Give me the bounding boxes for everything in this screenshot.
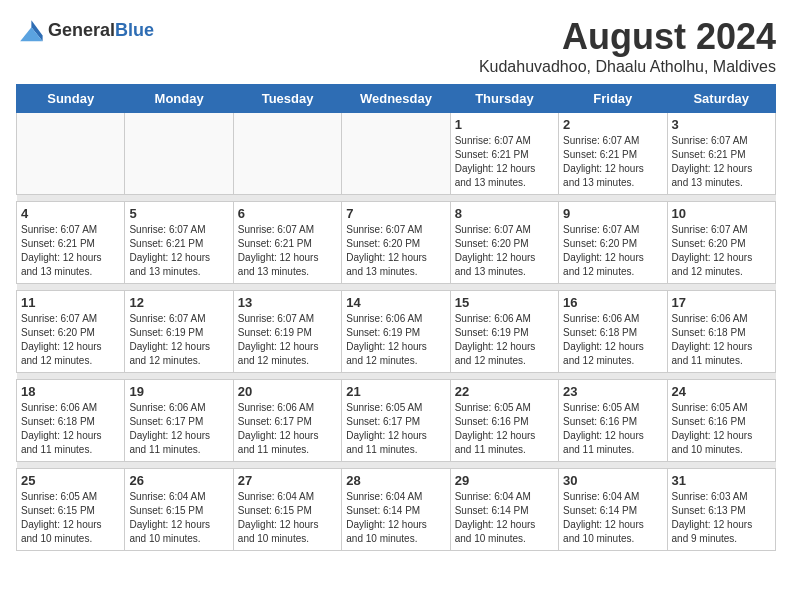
day-info: Sunrise: 6:04 AM Sunset: 6:14 PM Dayligh… (346, 490, 445, 546)
calendar-day: 23Sunrise: 6:05 AM Sunset: 6:16 PM Dayli… (559, 380, 667, 462)
calendar-day: 29Sunrise: 6:04 AM Sunset: 6:14 PM Dayli… (450, 469, 558, 551)
calendar-day: 24Sunrise: 6:05 AM Sunset: 6:16 PM Dayli… (667, 380, 775, 462)
calendar-day: 21Sunrise: 6:05 AM Sunset: 6:17 PM Dayli… (342, 380, 450, 462)
calendar-day: 2Sunrise: 6:07 AM Sunset: 6:21 PM Daylig… (559, 113, 667, 195)
logo-blue: Blue (115, 20, 154, 40)
day-number: 27 (238, 473, 337, 488)
day-number: 9 (563, 206, 662, 221)
day-number: 6 (238, 206, 337, 221)
calendar-day: 16Sunrise: 6:06 AM Sunset: 6:18 PM Dayli… (559, 291, 667, 373)
day-number: 18 (21, 384, 120, 399)
logo-general: General (48, 20, 115, 40)
day-info: Sunrise: 6:05 AM Sunset: 6:16 PM Dayligh… (455, 401, 554, 457)
calendar-day: 12Sunrise: 6:07 AM Sunset: 6:19 PM Dayli… (125, 291, 233, 373)
day-info: Sunrise: 6:04 AM Sunset: 6:15 PM Dayligh… (129, 490, 228, 546)
day-number: 31 (672, 473, 771, 488)
calendar-day: 6Sunrise: 6:07 AM Sunset: 6:21 PM Daylig… (233, 202, 341, 284)
day-info: Sunrise: 6:07 AM Sunset: 6:21 PM Dayligh… (672, 134, 771, 190)
title-section: August 2024 Kudahuvadhoo, Dhaalu Atholhu… (479, 16, 776, 76)
day-info: Sunrise: 6:06 AM Sunset: 6:18 PM Dayligh… (563, 312, 662, 368)
calendar-day: 14Sunrise: 6:06 AM Sunset: 6:19 PM Dayli… (342, 291, 450, 373)
calendar-day (17, 113, 125, 195)
spacer-row (17, 462, 776, 469)
day-info: Sunrise: 6:07 AM Sunset: 6:20 PM Dayligh… (346, 223, 445, 279)
day-info: Sunrise: 6:06 AM Sunset: 6:18 PM Dayligh… (672, 312, 771, 368)
day-info: Sunrise: 6:04 AM Sunset: 6:14 PM Dayligh… (563, 490, 662, 546)
day-number: 4 (21, 206, 120, 221)
day-info: Sunrise: 6:07 AM Sunset: 6:19 PM Dayligh… (129, 312, 228, 368)
day-number: 17 (672, 295, 771, 310)
day-number: 23 (563, 384, 662, 399)
spacer-cell (17, 195, 776, 202)
day-number: 7 (346, 206, 445, 221)
calendar-day: 18Sunrise: 6:06 AM Sunset: 6:18 PM Dayli… (17, 380, 125, 462)
calendar-day: 9Sunrise: 6:07 AM Sunset: 6:20 PM Daylig… (559, 202, 667, 284)
day-number: 12 (129, 295, 228, 310)
day-info: Sunrise: 6:07 AM Sunset: 6:20 PM Dayligh… (672, 223, 771, 279)
calendar-header-tuesday: Tuesday (233, 85, 341, 113)
day-info: Sunrise: 6:06 AM Sunset: 6:17 PM Dayligh… (238, 401, 337, 457)
calendar-day: 28Sunrise: 6:04 AM Sunset: 6:14 PM Dayli… (342, 469, 450, 551)
calendar-day: 5Sunrise: 6:07 AM Sunset: 6:21 PM Daylig… (125, 202, 233, 284)
spacer-row (17, 195, 776, 202)
day-info: Sunrise: 6:06 AM Sunset: 6:19 PM Dayligh… (455, 312, 554, 368)
calendar-day: 19Sunrise: 6:06 AM Sunset: 6:17 PM Dayli… (125, 380, 233, 462)
calendar-day: 17Sunrise: 6:06 AM Sunset: 6:18 PM Dayli… (667, 291, 775, 373)
day-number: 10 (672, 206, 771, 221)
day-info: Sunrise: 6:05 AM Sunset: 6:16 PM Dayligh… (563, 401, 662, 457)
logo-text: GeneralBlue (48, 20, 154, 41)
calendar-header-row: SundayMondayTuesdayWednesdayThursdayFrid… (17, 85, 776, 113)
calendar-day: 1Sunrise: 6:07 AM Sunset: 6:21 PM Daylig… (450, 113, 558, 195)
day-number: 30 (563, 473, 662, 488)
main-title: August 2024 (479, 16, 776, 58)
day-info: Sunrise: 6:05 AM Sunset: 6:15 PM Dayligh… (21, 490, 120, 546)
day-info: Sunrise: 6:07 AM Sunset: 6:21 PM Dayligh… (455, 134, 554, 190)
page-header: GeneralBlue August 2024 Kudahuvadhoo, Dh… (16, 16, 776, 76)
day-number: 25 (21, 473, 120, 488)
day-info: Sunrise: 6:03 AM Sunset: 6:13 PM Dayligh… (672, 490, 771, 546)
calendar-day: 13Sunrise: 6:07 AM Sunset: 6:19 PM Dayli… (233, 291, 341, 373)
day-number: 14 (346, 295, 445, 310)
day-number: 21 (346, 384, 445, 399)
logo: GeneralBlue (16, 16, 154, 44)
day-number: 28 (346, 473, 445, 488)
day-number: 5 (129, 206, 228, 221)
spacer-cell (17, 373, 776, 380)
calendar-week-3: 11Sunrise: 6:07 AM Sunset: 6:20 PM Dayli… (17, 291, 776, 373)
calendar-day: 31Sunrise: 6:03 AM Sunset: 6:13 PM Dayli… (667, 469, 775, 551)
day-number: 20 (238, 384, 337, 399)
day-number: 8 (455, 206, 554, 221)
calendar-week-2: 4Sunrise: 6:07 AM Sunset: 6:21 PM Daylig… (17, 202, 776, 284)
day-info: Sunrise: 6:07 AM Sunset: 6:20 PM Dayligh… (21, 312, 120, 368)
day-number: 29 (455, 473, 554, 488)
day-number: 11 (21, 295, 120, 310)
day-number: 26 (129, 473, 228, 488)
calendar-header-sunday: Sunday (17, 85, 125, 113)
spacer-row (17, 373, 776, 380)
calendar-header-saturday: Saturday (667, 85, 775, 113)
day-info: Sunrise: 6:07 AM Sunset: 6:21 PM Dayligh… (238, 223, 337, 279)
calendar-day: 4Sunrise: 6:07 AM Sunset: 6:21 PM Daylig… (17, 202, 125, 284)
day-info: Sunrise: 6:06 AM Sunset: 6:17 PM Dayligh… (129, 401, 228, 457)
day-info: Sunrise: 6:06 AM Sunset: 6:18 PM Dayligh… (21, 401, 120, 457)
day-info: Sunrise: 6:07 AM Sunset: 6:21 PM Dayligh… (563, 134, 662, 190)
calendar-day: 7Sunrise: 6:07 AM Sunset: 6:20 PM Daylig… (342, 202, 450, 284)
calendar-week-4: 18Sunrise: 6:06 AM Sunset: 6:18 PM Dayli… (17, 380, 776, 462)
calendar-day: 30Sunrise: 6:04 AM Sunset: 6:14 PM Dayli… (559, 469, 667, 551)
day-info: Sunrise: 6:05 AM Sunset: 6:17 PM Dayligh… (346, 401, 445, 457)
calendar-table: SundayMondayTuesdayWednesdayThursdayFrid… (16, 84, 776, 551)
calendar-day: 27Sunrise: 6:04 AM Sunset: 6:15 PM Dayli… (233, 469, 341, 551)
day-info: Sunrise: 6:06 AM Sunset: 6:19 PM Dayligh… (346, 312, 445, 368)
day-info: Sunrise: 6:07 AM Sunset: 6:21 PM Dayligh… (129, 223, 228, 279)
day-info: Sunrise: 6:07 AM Sunset: 6:20 PM Dayligh… (563, 223, 662, 279)
calendar-day: 11Sunrise: 6:07 AM Sunset: 6:20 PM Dayli… (17, 291, 125, 373)
calendar-day: 20Sunrise: 6:06 AM Sunset: 6:17 PM Dayli… (233, 380, 341, 462)
calendar-day (125, 113, 233, 195)
day-info: Sunrise: 6:07 AM Sunset: 6:21 PM Dayligh… (21, 223, 120, 279)
day-number: 2 (563, 117, 662, 132)
logo-icon (16, 16, 44, 44)
spacer-cell (17, 284, 776, 291)
day-info: Sunrise: 6:04 AM Sunset: 6:14 PM Dayligh… (455, 490, 554, 546)
calendar-day: 15Sunrise: 6:06 AM Sunset: 6:19 PM Dayli… (450, 291, 558, 373)
day-info: Sunrise: 6:05 AM Sunset: 6:16 PM Dayligh… (672, 401, 771, 457)
